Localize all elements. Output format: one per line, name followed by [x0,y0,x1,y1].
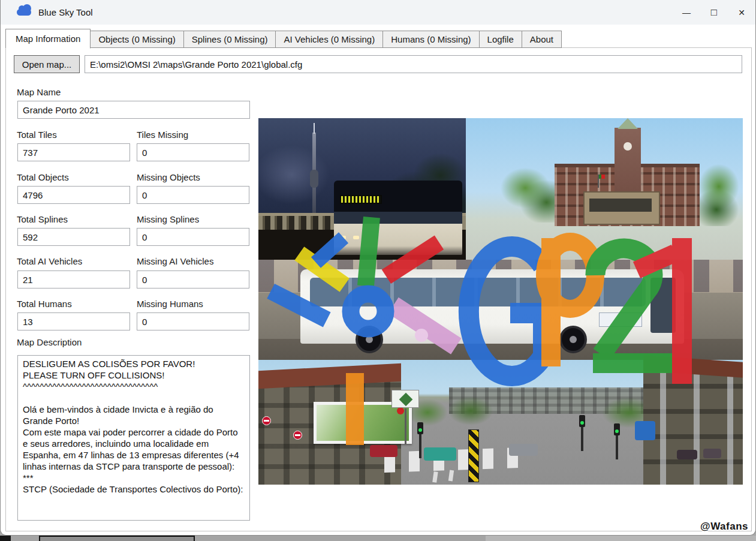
tiles-missing-label: Tiles Missing [137,130,188,140]
close-button[interactable]: ✕ [728,0,755,25]
tiles-missing-input[interactable] [137,143,249,161]
map-description-textarea[interactable]: DESLIGUEM AS COLISÕES POR FAVOR! PLEASE … [17,355,250,521]
total-humans-label: Total Humans [17,299,72,309]
total-tiles-label: Total Tiles [17,130,57,140]
map-name-input[interactable] [17,101,250,119]
map-name-label: Map Name [17,87,61,97]
tab-logfile[interactable]: Logfile [479,31,522,48]
tab-bar: Map Information Objects (0 Missing) Spli… [5,29,562,48]
maximize-button[interactable]: □ [700,0,728,25]
total-objects-label: Total Objects [17,172,69,182]
total-splines-label: Total Splines [17,214,68,224]
open-map-button[interactable]: Open map... [14,55,80,73]
background-window-fragment [39,536,195,541]
missing-objects-input[interactable] [137,186,249,204]
total-tiles-input[interactable] [17,143,130,161]
tab-about[interactable]: About [522,31,562,48]
missing-ai-vehicles-input[interactable] [137,270,249,288]
missing-objects-label: Missing Objects [137,172,200,182]
total-splines-input[interactable] [17,228,130,246]
missing-humans-label: Missing Humans [137,299,203,309]
background-window-fragment [0,536,11,541]
map-description-label: Map Description [17,337,82,347]
background-window-fragment [486,536,756,541]
tab-map-information[interactable]: Map Information [5,29,91,49]
total-humans-input[interactable] [17,312,130,330]
background-strip [0,536,756,541]
missing-splines-label: Missing Splines [137,214,199,224]
map-preview-image [258,118,743,485]
minimize-button[interactable]: — [673,0,700,25]
tab-objects[interactable]: Objects (0 Missing) [90,31,183,48]
tab-ai-vehicles[interactable]: AI Vehicles (0 Missing) [275,31,383,48]
missing-ai-vehicles-label: Missing AI Vehicles [137,256,213,266]
tab-humans[interactable]: Humans (0 Missing) [382,31,479,48]
window-controls: — □ ✕ [673,0,755,25]
tab-splines[interactable]: Splines (0 Missing) [183,31,276,48]
window-title: Blue Sky Tool [38,7,93,17]
total-objects-input[interactable] [17,186,130,204]
gp21-logo [258,118,743,485]
app-window: Blue Sky Tool — □ ✕ Map Information Obje… [0,0,756,536]
titlebar: Blue Sky Tool — □ ✕ [1,0,755,25]
missing-humans-input[interactable] [137,312,249,330]
missing-splines-input[interactable] [137,228,249,246]
map-path-input[interactable] [85,55,742,73]
app-cloud-icon [17,9,31,16]
total-ai-vehicles-label: Total AI Vehicles [17,256,82,266]
watermark: @Wafans [700,521,748,533]
total-ai-vehicles-input[interactable] [17,270,130,288]
